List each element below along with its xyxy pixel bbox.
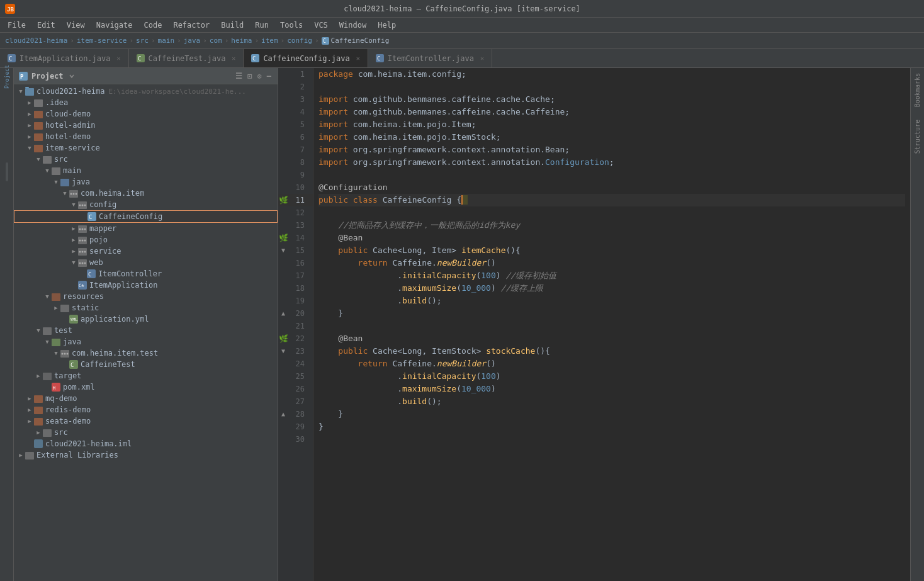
close-panel-button[interactable]: —: [266, 71, 273, 82]
arrow-main: ▼: [43, 167, 52, 174]
tree-item-hotel-demo[interactable]: ▶ hotel-demo: [14, 131, 278, 142]
svg-rect-71: [34, 418, 43, 426]
sep4: ›: [177, 37, 181, 45]
tree-item-src2[interactable]: ▶ src: [14, 427, 278, 438]
code-line-20: }: [318, 307, 905, 320]
tree-item-src[interactable]: ▼ src: [14, 154, 278, 165]
tree-label-com-heima-item-test: com.heima.item.test: [72, 349, 158, 358]
line-gutter-24: 24: [278, 358, 313, 370]
breadcrumb-java[interactable]: java: [184, 37, 201, 45]
breadcrumb-item[interactable]: item: [261, 37, 278, 45]
tree-item-caffeine-config[interactable]: C CaffeineConfig: [14, 210, 278, 223]
tab-close-caffeine-test[interactable]: ✕: [232, 55, 235, 62]
tab-item-controller[interactable]: C ItemController.java ✕: [368, 49, 492, 67]
code-text-area[interactable]: package com.heima.item.config; import co…: [313, 68, 910, 581]
tab-close-item-controller[interactable]: ✕: [480, 55, 484, 62]
menu-item-navigate[interactable]: Navigate: [91, 20, 138, 31]
tab-caffeine-config[interactable]: C CaffeineConfig.java ✕: [244, 49, 368, 67]
tab-close-item-application[interactable]: ✕: [117, 55, 121, 62]
menu-item-vcs[interactable]: VCS: [309, 20, 333, 31]
tree-item-cloud2021-iml[interactable]: cloud2021-heima.iml: [14, 438, 278, 449]
tree-label-seata-demo: seata-demo: [45, 417, 91, 426]
menu-item-build[interactable]: Build: [216, 20, 249, 31]
tree-item-java-test[interactable]: ▼ java: [14, 336, 278, 347]
project-panel-toggle[interactable]: Project: [2, 72, 12, 82]
tree-item-config[interactable]: ▼ config: [14, 199, 278, 210]
fold-icon-15[interactable]: ▼: [278, 244, 288, 257]
java-folder-icon: [60, 178, 69, 186]
tree-item-mq-demo[interactable]: ▶ mq-demo: [14, 393, 278, 404]
tree-item-caffeine-test-file[interactable]: C CaffeineTest: [14, 359, 278, 370]
tree-item-item-controller-file[interactable]: C ItemController: [14, 268, 278, 279]
tree-item-external-libraries[interactable]: ▶ External Libraries: [14, 449, 278, 461]
breadcrumb-main[interactable]: main: [158, 37, 175, 45]
panel-dropdown-icon[interactable]: [69, 73, 75, 79]
fold-icon-23[interactable]: ▼: [278, 345, 288, 358]
breadcrumb-com[interactable]: com: [210, 37, 222, 45]
tree-item-item-service[interactable]: ▼ item-service: [14, 142, 278, 154]
menu-item-refactor[interactable]: Refactor: [168, 20, 215, 31]
settings-button[interactable]: ⚙: [256, 71, 263, 82]
tree-item-pom-xml[interactable]: M pom.xml: [14, 381, 278, 393]
tree-item-service[interactable]: ▶ service: [14, 245, 278, 257]
tree-item-com-heima-item[interactable]: ▼ com.heima.item: [14, 188, 278, 199]
tree-item-java[interactable]: ▼ java: [14, 176, 278, 188]
menu-item-file[interactable]: File: [3, 20, 31, 31]
menu-item-view[interactable]: View: [62, 20, 90, 31]
hotel-admin-icon: [34, 121, 43, 130]
menu-item-help[interactable]: Help: [373, 20, 401, 31]
svg-rect-19: [34, 133, 43, 141]
caffeine-config-icon: C: [87, 212, 96, 221]
fold-icon-28[interactable]: ▲: [278, 408, 288, 420]
tree-item-mapper[interactable]: ▶ mapper: [14, 223, 278, 234]
code-line-22: @Bean: [318, 332, 905, 345]
breadcrumb-module[interactable]: item-service: [77, 37, 127, 45]
line-gutter-13: 13: [278, 219, 313, 232]
breadcrumb-project[interactable]: cloud2021-heima: [5, 37, 67, 45]
menu-item-tools[interactable]: Tools: [275, 20, 308, 31]
tree-item-cloud-demo[interactable]: ▶ cloud-demo: [14, 108, 278, 120]
line-gutter-12: 12: [278, 206, 313, 219]
fold-icon-20[interactable]: ▲: [278, 307, 288, 320]
tree-item-web[interactable]: ▼ web: [14, 257, 278, 268]
bookmarks-label[interactable]: Bookmarks: [914, 73, 921, 107]
breadcrumb-src[interactable]: src: [136, 37, 149, 45]
tree-item-hotel-admin[interactable]: ▶ hotel-admin: [14, 120, 278, 131]
breadcrumb-heima[interactable]: heima: [231, 37, 252, 45]
breadcrumb-config[interactable]: config: [287, 37, 312, 45]
tree-item-main[interactable]: ▼ main: [14, 165, 278, 176]
tree-label-cloud2021-heima: cloud2021-heima: [37, 87, 104, 96]
line-gutter-2: 2: [278, 81, 313, 93]
collapse-all-button[interactable]: ☰: [234, 71, 244, 82]
line-gutter-1: 1: [278, 68, 313, 81]
menu-item-code[interactable]: Code: [139, 20, 167, 31]
tab-item-application[interactable]: C ItemApplication.java ✕: [0, 49, 129, 67]
scroll-to-file-button[interactable]: ⊡: [246, 71, 253, 82]
structure-label[interactable]: Structure: [914, 120, 921, 154]
tree-label-test: test: [54, 326, 72, 335]
structure-icon[interactable]: [6, 162, 8, 181]
svg-rect-69: [34, 395, 43, 403]
tree-item-redis-demo[interactable]: ▶ redis-demo: [14, 404, 278, 415]
tree-item-cloud2021-heima[interactable]: ▼ cloud2021-heima E:\idea-workspace\clou…: [14, 86, 278, 97]
tree-item-application-yml[interactable]: YML application.yml: [14, 313, 278, 325]
tree-item-static[interactable]: ▶ static: [14, 302, 278, 313]
tab-close-caffeine-config[interactable]: ✕: [356, 55, 360, 62]
item-controller-file-icon: C: [87, 269, 96, 278]
tree-item-item-application-file[interactable]: C☘ ItemApplication: [14, 279, 278, 291]
tree-item-idea[interactable]: ▶ .idea: [14, 97, 278, 108]
main-layout: Project P Project ☰ ⊡ ⚙ — ▼ cloud2021-he…: [0, 68, 924, 581]
tree-item-resources[interactable]: ▼ resources: [14, 291, 278, 302]
tree-item-seata-demo[interactable]: ▶ seata-demo: [14, 415, 278, 427]
menu-item-run[interactable]: Run: [250, 20, 274, 31]
tab-caffeine-test[interactable]: C CaffeineTest.java ✕: [129, 49, 244, 67]
code-line-9: [318, 169, 905, 181]
tree-item-test[interactable]: ▼ test: [14, 325, 278, 336]
code-line-27: .build();: [318, 395, 905, 408]
tree-item-target[interactable]: ▶ target: [14, 370, 278, 381]
arrow-com-heima-item: ▼: [60, 190, 69, 196]
tree-item-com-heima-item-test[interactable]: ▼ com.heima.item.test: [14, 347, 278, 359]
menu-item-window[interactable]: Window: [334, 20, 371, 31]
menu-item-edit[interactable]: Edit: [32, 20, 60, 31]
tree-item-pojo[interactable]: ▶ pojo: [14, 234, 278, 245]
